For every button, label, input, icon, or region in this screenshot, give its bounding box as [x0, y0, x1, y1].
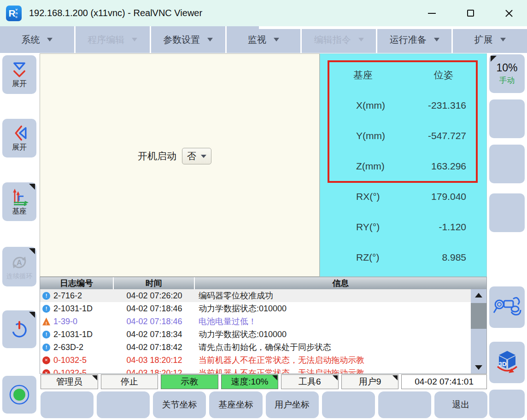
- status-speed[interactable]: 速度:10%: [221, 374, 279, 389]
- menu-parameter-settings[interactable]: 参数设置: [151, 26, 225, 53]
- chevron-down-icon: [434, 38, 439, 41]
- bottom-empty-2[interactable]: [97, 391, 150, 418]
- scroll-down-button[interactable]: [471, 362, 486, 373]
- pose-row-x: X(mm) -231.316: [320, 90, 486, 121]
- pose-frame-label: 基座: [320, 66, 405, 84]
- bottom-empty-4[interactable]: [378, 391, 431, 418]
- submenu-indicator: [333, 375, 338, 380]
- settings-panel: 开机启动 否: [40, 53, 320, 277]
- info-icon: !: [42, 305, 50, 313]
- pose-row-y: Y(mm) -547.727: [320, 121, 486, 151]
- chevron-down-icon: [500, 38, 506, 41]
- right-rail-empty-3[interactable]: [489, 193, 525, 232]
- menu-edit-command[interactable]: 编辑指令: [302, 26, 376, 53]
- minimize-icon: [428, 13, 436, 14]
- submenu-indicator: [29, 312, 35, 318]
- expand-left-icon: [10, 124, 29, 142]
- expand-down-button[interactable]: 展开: [2, 55, 36, 94]
- status-tool[interactable]: 工具6: [281, 374, 339, 389]
- status-bar: 管理员 停止 示教 速度:10% 工具6 用户9 04-02 07:41:01: [41, 374, 487, 391]
- submenu-indicator: [491, 56, 497, 62]
- submenu-indicator: [29, 184, 35, 190]
- bottom-empty-3[interactable]: [322, 391, 375, 418]
- coordinate-axes-icon: [10, 187, 29, 206]
- error-icon: ✕: [42, 356, 50, 364]
- menu-program-edit[interactable]: 程序编辑: [76, 26, 150, 53]
- chevron-down-icon: [201, 155, 206, 158]
- close-button[interactable]: [503, 7, 515, 19]
- log-row[interactable]: ✕0-1032-5 04-03 18:20:12 当前机器人不在正常状态，无法启…: [40, 354, 471, 367]
- scrollbar-thumb[interactable]: [471, 303, 486, 329]
- chevron-down-icon: [207, 38, 213, 41]
- scroll-up-button[interactable]: [471, 289, 486, 301]
- boot-startup-label: 开机启动: [138, 150, 176, 163]
- log-header: 日志编号 时间 信息: [40, 277, 486, 289]
- log-table: 日志编号 时间 信息 !2-716-2 04-02 07:26:20 编码器零位…: [40, 277, 487, 374]
- record-enable-button[interactable]: [2, 376, 36, 414]
- right-rail-empty-2[interactable]: [489, 145, 525, 183]
- log-row[interactable]: !1-39-0 04-02 07:18:46 电池电量过低！: [40, 315, 471, 328]
- base-frame-button[interactable]: 基座: [2, 182, 36, 221]
- pose-title: 位姿: [405, 66, 486, 84]
- log-body: !2-716-2 04-02 07:26:20 编码器零位校准成功 !2-103…: [40, 289, 471, 373]
- joint-coords-button[interactable]: 关节坐标: [153, 391, 206, 418]
- bottom-empty-1[interactable]: [41, 391, 94, 418]
- chevron-down-icon: [274, 38, 279, 41]
- speed-value: 10%: [496, 62, 517, 74]
- power-icon: [9, 319, 29, 339]
- log-row[interactable]: !2-716-2 04-02 07:26:20 编码器零位校准成功: [40, 289, 471, 302]
- menu-run-prepare[interactable]: 运行准备: [377, 26, 451, 53]
- status-user-frame[interactable]: 用户9: [341, 374, 399, 389]
- maximize-button[interactable]: [464, 7, 476, 19]
- log-row[interactable]: !2-63D-2 04-02 07:18:42 请先点击初始化，确保处于同步状态: [40, 341, 471, 354]
- triangle-down-icon: [475, 365, 482, 370]
- info-icon: !: [42, 344, 50, 351]
- right-rail-empty-1[interactable]: [489, 99, 525, 138]
- user-coords-button[interactable]: 用户坐标: [266, 391, 319, 418]
- status-teach-mode[interactable]: 示教: [161, 374, 218, 389]
- chevron-down-icon: [358, 38, 364, 41]
- triangle-up-icon: [475, 293, 482, 298]
- menu-monitor[interactable]: 监视: [227, 26, 301, 53]
- expand-left-button[interactable]: 展开: [2, 119, 36, 158]
- 3d-view-button[interactable]: 3D: [489, 342, 525, 383]
- log-row[interactable]: ✕0-1032-5 04-03 18:20:12 当前机器人不在正常状态，无法启…: [40, 367, 471, 373]
- status-user-role[interactable]: 管理员: [41, 374, 98, 389]
- continuous-loop-icon: A: [10, 253, 29, 272]
- log-header-time: 时间: [114, 277, 195, 289]
- log-row[interactable]: !2-1031-1D 04-02 07:18:34 动力学数据状态:010000: [40, 328, 471, 341]
- maximize-icon: [467, 10, 474, 17]
- close-icon: [505, 9, 513, 18]
- continuous-loop-button[interactable]: A 连续循环: [2, 247, 36, 286]
- pose-row-rx: RX(°) 179.040: [320, 181, 486, 212]
- menu-extension[interactable]: 扩展: [453, 26, 527, 53]
- right-rail-empty-4[interactable]: [489, 390, 525, 418]
- pose-row-ry: RY(°) -1.120: [320, 212, 486, 242]
- window-titlebar: R vnc 192.168.1.200 (x11vnc) - RealVNC V…: [0, 0, 527, 26]
- pose-row-z: Z(mm) 163.296: [320, 151, 486, 181]
- log-header-id: 日志编号: [40, 277, 114, 289]
- status-datetime: 04-02 07:41:01: [401, 374, 487, 389]
- status-run-state[interactable]: 停止: [101, 374, 158, 389]
- log-scrollbar[interactable]: [471, 289, 486, 373]
- expand-down-icon: [10, 61, 29, 78]
- bottom-bar: 关节坐标 基座坐标 用户坐标 退出: [41, 391, 487, 418]
- svg-text:A: A: [17, 258, 22, 267]
- warning-icon: !: [42, 318, 50, 326]
- submenu-indicator: [272, 375, 277, 380]
- power-button[interactable]: [2, 310, 36, 348]
- drag-teach-button[interactable]: [489, 286, 525, 328]
- submenu-indicator: [92, 375, 97, 380]
- menu-system[interactable]: 系统: [0, 26, 74, 53]
- pose-row-rz: RZ(°) 8.985: [320, 242, 486, 273]
- 3d-view-icon: 3D: [495, 349, 520, 376]
- remote-desktop-edge: [259, 26, 527, 29]
- realvnc-logo-icon: R vnc: [6, 6, 22, 21]
- exit-button[interactable]: 退出: [434, 391, 487, 418]
- log-row[interactable]: !2-1031-1D 04-02 07:18:46 动力学数据状态:010000: [40, 302, 471, 315]
- minimize-button[interactable]: [426, 7, 438, 19]
- speed-mode-button[interactable]: 10% 手动: [489, 54, 525, 93]
- base-coords-button[interactable]: 基座坐标: [209, 391, 262, 418]
- chevron-down-icon: [47, 38, 53, 41]
- boot-startup-select[interactable]: 否: [182, 148, 211, 164]
